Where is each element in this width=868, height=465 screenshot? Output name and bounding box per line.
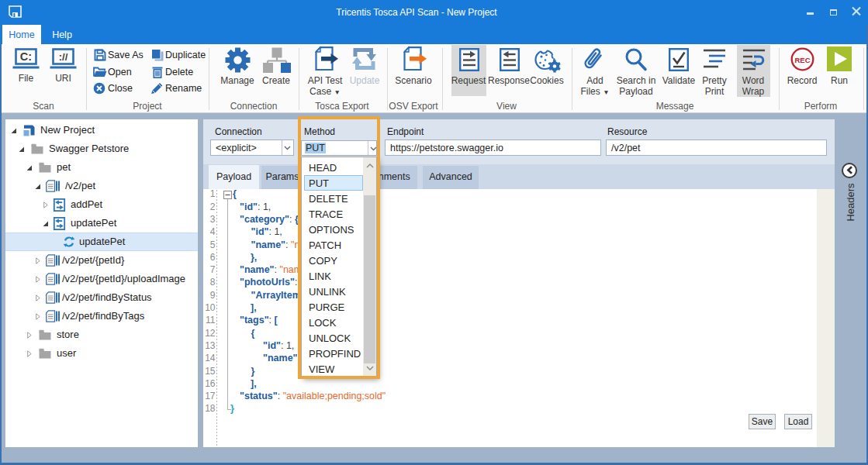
svg-text:://: :// bbox=[59, 51, 68, 63]
svg-text:REC: REC bbox=[794, 56, 810, 64]
svg-text:C:: C: bbox=[20, 50, 32, 63]
